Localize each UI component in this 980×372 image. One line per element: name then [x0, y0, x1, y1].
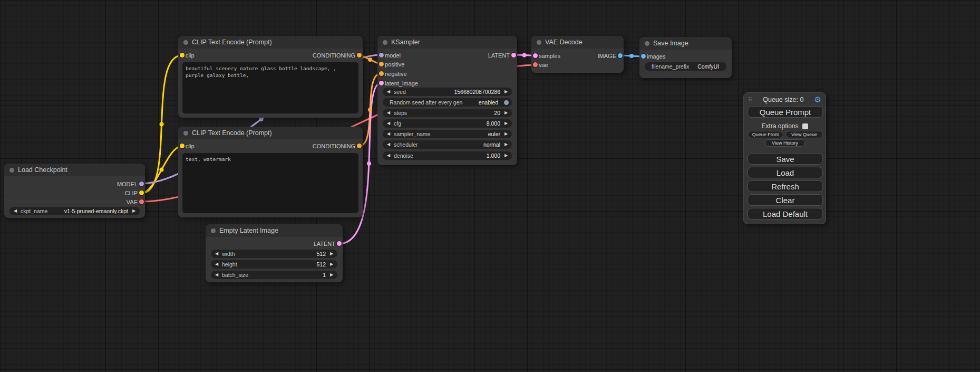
view-queue-button[interactable]: View Queue [785, 131, 823, 138]
node-clip-text-encode-negative[interactable]: CLIP Text Encode (Prompt) clip CONDITION… [178, 127, 363, 217]
node-title-bar[interactable]: KSampler [377, 36, 517, 49]
input-slot-clip[interactable] [180, 53, 185, 58]
widget-label: ckpt_name [21, 208, 47, 214]
collapse-dot-icon[interactable] [183, 131, 188, 136]
node-ksampler[interactable]: KSampler model LATENT positive negative … [377, 36, 517, 165]
load-button[interactable]: Load [748, 167, 823, 178]
collapse-dot-icon[interactable] [183, 40, 188, 45]
width-widget[interactable]: ◀ width 512 ▶ [211, 250, 337, 258]
link-midpoint-dot [629, 54, 634, 58]
input-slot-model[interactable] [379, 53, 384, 58]
input-slot-images[interactable] [641, 54, 646, 59]
queue-front-button[interactable]: Queue Front [748, 131, 783, 138]
settings-gear-icon[interactable]: ⚙ [814, 96, 821, 104]
input-slot-latent-image[interactable] [379, 81, 384, 85]
node-title-bar[interactable]: Save Image [639, 37, 732, 50]
cfg-widget[interactable]: ◀ cfg 8.000 ▶ [383, 119, 512, 128]
extra-options-row: Extra options [744, 122, 826, 130]
increment-arrow-icon[interactable]: ▶ [503, 142, 509, 147]
output-slot-latent[interactable] [511, 53, 516, 58]
batch-size-widget[interactable]: ◀ batch_size 1 ▶ [211, 271, 337, 279]
increment-arrow-icon[interactable]: ▶ [328, 252, 335, 256]
output-slot-latent[interactable] [337, 241, 342, 246]
slot-row: clip CONDITIONING [178, 51, 363, 60]
decrement-arrow-icon[interactable]: ◀ [214, 273, 220, 277]
decrement-arrow-icon[interactable]: ◀ [385, 111, 392, 115]
scheduler-widget[interactable]: ◀ scheduler normal ▶ [383, 140, 512, 149]
output-label-clip: CLIP [125, 190, 138, 196]
decrement-arrow-icon[interactable]: ◀ [12, 209, 18, 213]
steps-widget[interactable]: ◀ steps 20 ▶ [383, 109, 512, 117]
collapse-dot-icon[interactable] [9, 168, 14, 173]
output-slot-clip[interactable] [139, 190, 144, 195]
increment-arrow-icon[interactable]: ▶ [328, 273, 335, 277]
queue-menu-panel[interactable]: ⠿ Queue size: 0 ⚙ Queue Prompt Extra opt… [743, 92, 826, 224]
widget-label: seed [394, 89, 406, 95]
input-slot-vae[interactable] [533, 62, 538, 67]
save-button[interactable]: Save [748, 153, 823, 165]
node-save-image[interactable]: Save Image images filename_prefix ComfyU… [639, 37, 732, 78]
decrement-arrow-icon[interactable]: ◀ [214, 262, 220, 266]
input-label-latent-image: latent_image [385, 80, 418, 87]
increment-arrow-icon[interactable]: ▶ [503, 154, 509, 158]
denoise-widget[interactable]: ◀ denoise 1.000 ▶ [383, 151, 512, 160]
decrement-arrow-icon[interactable]: ◀ [385, 154, 392, 158]
input-slot-positive[interactable] [379, 62, 384, 66]
widget-value: enabled [479, 99, 498, 106]
refresh-button[interactable]: Refresh [748, 180, 823, 192]
input-slot-negative[interactable] [379, 71, 384, 76]
collapse-dot-icon[interactable] [211, 228, 216, 233]
view-history-button[interactable]: View History [765, 139, 805, 147]
negative-prompt-textarea[interactable]: text, watermark [182, 153, 358, 213]
collapse-dot-icon[interactable] [383, 40, 387, 45]
seed-toggle-icon[interactable] [504, 100, 509, 105]
random-seed-widget[interactable]: Random seed after every gen enabled [383, 98, 512, 107]
load-default-button[interactable]: Load Default [748, 208, 823, 220]
output-slot-vae[interactable] [139, 199, 144, 204]
increment-arrow-icon[interactable]: ▶ [503, 132, 509, 136]
node-title-bar[interactable]: Load Checkpoint [4, 164, 145, 176]
node-title-bar[interactable]: CLIP Text Encode (Prompt) [178, 36, 363, 49]
collapse-dot-icon[interactable] [537, 40, 541, 45]
drag-handle-icon[interactable]: ⠿ [748, 97, 752, 103]
node-graph-canvas[interactable]: Load Checkpoint MODEL CLIP VAE ◀ ckpt_na… [0, 0, 980, 372]
height-widget[interactable]: ◀ height 512 ▶ [211, 260, 337, 269]
menu-header: ⠿ Queue size: 0 ⚙ [744, 95, 826, 104]
decrement-arrow-icon[interactable]: ◀ [385, 121, 392, 126]
increment-arrow-icon[interactable]: ▶ [503, 121, 509, 126]
increment-arrow-icon[interactable]: ▶ [503, 111, 509, 115]
node-vae-decode[interactable]: VAE Decode samples IMAGE vae [531, 36, 624, 73]
node-title-bar[interactable]: Empty Latent Image [206, 224, 343, 237]
decrement-arrow-icon[interactable]: ◀ [214, 252, 220, 256]
collapse-dot-icon[interactable] [645, 41, 649, 46]
sampler-name-widget[interactable]: ◀ sampler_name euler ▶ [383, 130, 512, 138]
output-slot-conditioning[interactable] [357, 144, 362, 148]
queue-prompt-button[interactable]: Queue Prompt [748, 106, 823, 118]
output-slot-conditioning[interactable] [357, 53, 362, 58]
input-slot-clip[interactable] [180, 144, 185, 148]
output-slot-model[interactable] [139, 182, 144, 186]
filename-prefix-widget[interactable]: filename_prefix ComfyUI [645, 62, 726, 71]
output-slot-image[interactable] [618, 53, 623, 58]
widget-value: 1 [323, 272, 326, 278]
clear-button[interactable]: Clear [748, 194, 823, 206]
positive-prompt-textarea[interactable]: beautiful scenery nature glass bottle la… [182, 62, 358, 113]
output-label-conditioning: CONDITIONING [313, 52, 355, 59]
decrement-arrow-icon[interactable]: ◀ [385, 90, 392, 94]
node-title-bar[interactable]: CLIP Text Encode (Prompt) [178, 127, 363, 139]
decrement-arrow-icon[interactable]: ◀ [385, 142, 392, 147]
extra-options-checkbox[interactable] [802, 123, 808, 129]
increment-arrow-icon[interactable]: ▶ [503, 90, 509, 94]
node-clip-text-encode-positive[interactable]: CLIP Text Encode (Prompt) clip CONDITION… [178, 36, 363, 118]
decrement-arrow-icon[interactable]: ◀ [385, 132, 392, 136]
node-empty-latent-image[interactable]: Empty Latent Image LATENT ◀ width 512 ▶ … [206, 224, 343, 282]
increment-arrow-icon[interactable]: ▶ [131, 209, 137, 213]
increment-arrow-icon[interactable]: ▶ [328, 262, 335, 266]
seed-widget[interactable]: ◀ seed 156680208700286 ▶ [383, 88, 512, 96]
queue-size-label: Queue size: 0 [752, 96, 814, 103]
output-label-image: IMAGE [598, 53, 616, 59]
ckpt-name-widget[interactable]: ◀ ckpt_name v1-5-pruned-emaonly.ckpt ▶ [9, 207, 140, 215]
input-slot-samples[interactable] [533, 53, 538, 58]
node-load-checkpoint[interactable]: Load Checkpoint MODEL CLIP VAE ◀ ckpt_na… [4, 164, 145, 218]
node-title-bar[interactable]: VAE Decode [531, 36, 624, 49]
